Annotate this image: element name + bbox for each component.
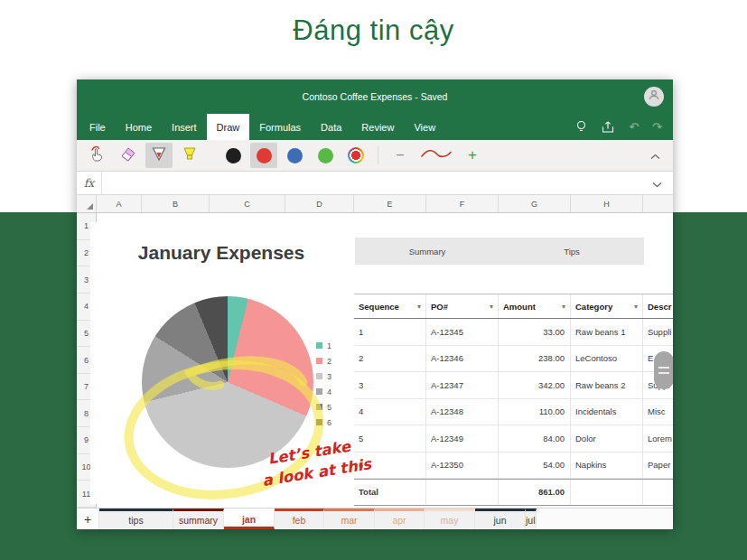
column-header-d[interactable]: D [285, 195, 354, 212]
sheet-tab-summary[interactable]: summary [173, 509, 224, 529]
cell[interactable] [571, 480, 643, 505]
cell-sequence[interactable]: 2 [354, 346, 426, 372]
ink-with-touch-button[interactable] [84, 143, 111, 168]
cell-category[interactable]: Dolor [571, 425, 643, 452]
cell-description[interactable]: Lorem [643, 425, 673, 452]
undo-icon[interactable]: ↶ [629, 120, 639, 134]
column-header-po[interactable]: PO#▾ [426, 294, 499, 318]
ink-color-red[interactable] [250, 143, 277, 168]
increase-thickness-button[interactable]: + [459, 143, 486, 168]
ink-color-black[interactable] [219, 143, 247, 168]
cell-description[interactable]: Suppli [643, 319, 673, 345]
legend-swatch [316, 342, 322, 349]
pie-chart[interactable] [142, 296, 313, 468]
ink-color-green[interactable] [312, 143, 339, 168]
tips-button[interactable]: Tips [500, 238, 644, 265]
ribbon-tab-data[interactable]: Data [311, 114, 351, 140]
summary-button[interactable]: Summary [355, 238, 500, 265]
sheet-tab-mar[interactable]: mar [324, 509, 375, 529]
ribbon-tab-insert[interactable]: Insert [162, 114, 207, 140]
cell[interactable] [643, 480, 673, 505]
cell-category[interactable]: LeContoso [571, 346, 643, 372]
column-header-b[interactable]: B [142, 195, 210, 212]
sheet-tab-tips[interactable]: tips [99, 509, 173, 529]
ribbon-tab-formulas[interactable]: Formulas [249, 114, 311, 140]
sheet-tab-jun[interactable]: jun [475, 509, 526, 529]
cell-category[interactable]: Napkins [571, 453, 643, 479]
add-sheet-button[interactable]: + [77, 509, 99, 529]
cell-po[interactable]: A-12345 [426, 319, 499, 345]
legend-item: 2 [316, 353, 331, 369]
ink-color-blue[interactable] [281, 143, 308, 168]
filter-icon[interactable]: ▾ [417, 303, 421, 311]
cell-po[interactable]: A-12347 [426, 372, 499, 398]
formula-input[interactable] [102, 172, 673, 194]
cell-amount[interactable]: 110.00 [499, 399, 571, 425]
cell-description[interactable]: Misc [643, 399, 673, 425]
cell-category[interactable]: Raw beans 2 [571, 372, 643, 398]
cell-sequence[interactable]: 1 [354, 319, 426, 345]
sheet-tab-apr[interactable]: apr [375, 509, 425, 529]
cell-description[interactable]: Paper [643, 453, 673, 479]
pen-button[interactable] [145, 143, 173, 168]
eraser-button[interactable] [115, 143, 142, 168]
filter-icon[interactable]: ▾ [490, 303, 493, 311]
scroll-handle[interactable] [654, 351, 673, 389]
column-header-e[interactable]: E [354, 195, 426, 212]
column-header-c[interactable]: C [210, 195, 285, 212]
cell[interactable] [426, 480, 499, 505]
column-header-sequence[interactable]: Sequence▾ [354, 294, 426, 318]
ribbon-tab-review[interactable]: Review [351, 114, 404, 140]
cell-amount[interactable]: 54.00 [499, 453, 571, 479]
cell-po[interactable]: A-12348 [426, 399, 499, 425]
sheet-tab-jan[interactable]: jan [224, 509, 275, 529]
column-header-category[interactable]: Category▾ [571, 294, 643, 318]
cell-amount[interactable]: 342.00 [499, 372, 571, 398]
select-all-corner[interactable] [77, 195, 97, 212]
formula-bar-expand-button[interactable] [652, 172, 662, 194]
cell-po[interactable]: A-12349 [426, 425, 499, 452]
ribbon-tab-file[interactable]: File [79, 114, 116, 140]
cell-amount[interactable]: 33.00 [499, 319, 571, 345]
decrease-thickness-button[interactable]: − [387, 143, 414, 168]
ribbon-tab-draw[interactable]: Draw [207, 114, 250, 140]
table-row: 6 A-12350 54.00 Napkins Paper [354, 453, 673, 480]
column-header-f[interactable]: F [426, 195, 499, 212]
redo-icon[interactable]: ↷ [652, 120, 662, 134]
blue-color-swatch [287, 148, 303, 163]
fx-icon[interactable]: fx [77, 172, 102, 194]
ribbon-icons: ↶ ↷ [575, 114, 662, 140]
column-header-description[interactable]: Descr [643, 294, 673, 318]
filter-icon[interactable]: ▾ [562, 303, 565, 311]
cell-sequence[interactable]: 4 [354, 399, 426, 425]
total-label-cell[interactable]: Total [354, 480, 426, 505]
sheet-tab-feb[interactable]: feb [275, 509, 324, 529]
filter-icon[interactable]: ▾ [634, 303, 638, 311]
stroke-preview[interactable] [417, 143, 455, 168]
cell-po[interactable]: A-12350 [426, 453, 499, 479]
column-header-h[interactable]: H [571, 195, 643, 212]
lightbulb-icon[interactable] [575, 120, 587, 134]
ribbon-tab-view[interactable]: View [404, 114, 445, 140]
cell-amount[interactable]: 238.00 [499, 346, 571, 372]
share-icon[interactable] [601, 120, 615, 134]
legend-label: 6 [327, 418, 331, 427]
chevron-down-icon [652, 175, 662, 191]
cell-category[interactable]: Raw beans 1 [571, 319, 643, 345]
ink-color-picker[interactable] [342, 143, 369, 168]
total-amount-cell[interactable]: 861.00 [499, 480, 571, 505]
avatar[interactable] [644, 87, 664, 107]
collapse-ribbon-button[interactable] [650, 140, 660, 171]
rainbow-color-wheel-icon [348, 147, 364, 163]
cell-amount[interactable]: 84.00 [499, 425, 571, 452]
cell-sequence[interactable]: 3 [354, 372, 426, 398]
sheet-tab-may[interactable]: may [425, 509, 475, 529]
sheet-tab-jul[interactable]: jul [526, 509, 537, 529]
column-header-g[interactable]: G [499, 195, 571, 212]
cell-category[interactable]: Incidentals [571, 399, 643, 425]
cell-po[interactable]: A-12346 [426, 346, 499, 372]
highlighter-button[interactable] [176, 143, 203, 168]
column-header-amount[interactable]: Amount▾ [499, 294, 571, 318]
ribbon-tab-home[interactable]: Home [116, 114, 162, 140]
column-header-a[interactable]: A [97, 195, 142, 212]
